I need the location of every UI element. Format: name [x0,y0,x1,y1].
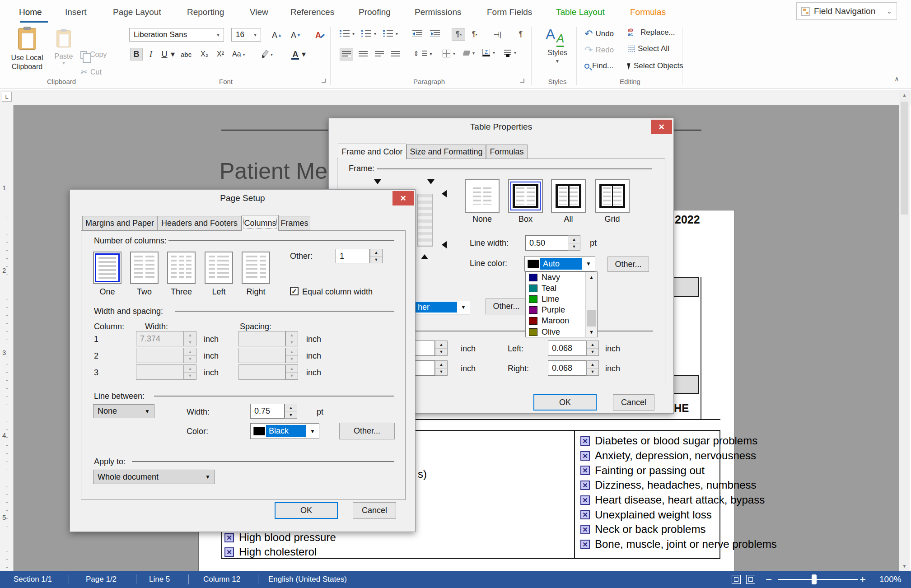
fit-width-icon[interactable] [746,575,755,584]
status-language[interactable]: English (United States) [268,571,347,588]
close-icon[interactable] [392,191,414,205]
column-width-input-3[interactable] [136,364,184,380]
numbered-list-button[interactable]: ▾ [361,30,376,37]
checked-checkbox-icon[interactable] [224,547,234,557]
frame-marker-bottom-icon[interactable] [421,254,428,259]
scroll-down-icon[interactable]: ▼ [586,327,597,337]
checked-checkbox-icon[interactable] [580,436,590,446]
zoom-slider-thumb[interactable] [812,574,817,584]
decrease-indent-button[interactable] [412,30,422,37]
left-margin-spinner[interactable]: ▲▼ [586,341,599,356]
column-width-input-2[interactable] [136,348,184,363]
preset-left[interactable] [205,252,233,284]
vertical-scrollbar[interactable]: ▲ ▼ [899,90,910,571]
form-checkbox-row[interactable]: High blood pressure [224,530,336,545]
line-width-input[interactable]: 0.50 [525,235,568,251]
checked-checkbox-icon[interactable] [580,495,590,505]
cut-button[interactable]: ✂ Cut [80,67,102,77]
tab-proofing[interactable]: Proofing [359,0,391,24]
highlight-color-button[interactable]: ▾ [264,48,273,61]
tab-view[interactable]: View [250,0,268,24]
left-margin-input[interactable]: 0.068 [548,341,586,356]
shading-color-select[interactable]: her ▼ [413,300,470,314]
font-family-select[interactable]: Liberation Sans ▾ [129,28,224,42]
zoom-out-button[interactable]: − [766,571,772,588]
shading-other-button[interactable]: Other... [486,299,527,314]
character-border-button[interactable]: Z▾ [482,49,495,56]
status-section[interactable]: Section 1/1 [14,571,52,588]
color-option-olive[interactable]: Olive [526,327,585,337]
tab-headers-and-footers[interactable]: Headers and Footers [157,216,242,230]
select-all-button[interactable]: Select All [628,44,669,53]
paragraph-dialog-launcher-icon[interactable] [520,79,524,83]
paste-button[interactable]: Paste ▾ [51,27,77,76]
status-column[interactable]: Column 12 [203,571,240,588]
form-checkbox-row[interactable]: Neck or back problems [580,522,777,537]
collapse-ribbon-icon[interactable]: ∧ [894,75,899,83]
line-color-other-button[interactable]: Other... [607,257,649,272]
paragraph-mark-small-button[interactable]: ¶▸ [469,28,481,41]
zoom-slider-track[interactable] [778,579,858,580]
other-columns-spinner[interactable]: ▲▼ [370,249,383,263]
line-width-spinner[interactable]: ▲▼ [568,235,580,251]
status-line[interactable]: Line 5 [149,571,170,588]
column-spacing-spinner-3[interactable]: ▲▼ [285,364,298,380]
scroll-down-icon[interactable]: ▼ [899,561,910,571]
color-option-lime[interactable]: Lime [526,294,585,304]
scrollbar-thumb[interactable] [901,102,908,215]
line-width-input[interactable]: 0.75 [250,404,285,419]
font-dialog-launcher-icon[interactable] [322,79,326,83]
preset-two[interactable] [130,252,159,284]
frame-style-box-selected[interactable] [508,179,543,213]
column-spacing-input-1[interactable] [238,331,285,346]
undo-button[interactable]: ↶Undo [584,28,614,40]
font-color-dropdown-arrow[interactable]: ▾ [302,48,306,61]
column-spacing-spinner-1[interactable]: ▲▼ [285,331,298,346]
tab-selector-box[interactable]: L [2,92,12,102]
checked-checkbox-icon[interactable] [580,466,590,475]
dialog-title[interactable]: Table Properties [329,118,673,135]
form-checkbox-row[interactable]: Heart disease, heart attack, bypass [580,493,777,508]
zoom-level[interactable]: 100% [879,571,902,588]
frame-style-none[interactable] [465,179,500,213]
right-margin-input[interactable]: 0.068 [548,360,586,376]
column-width-spinner-1[interactable]: ▲▼ [184,331,196,346]
use-local-clipboard-button[interactable]: Use Local Clipboard [6,27,48,76]
line-width-spinner[interactable]: ▲▼ [285,404,297,419]
clear-formatting-button[interactable]: A▬ [315,29,324,42]
margin-top-spinner[interactable]: ▲▼ [435,341,448,356]
paste-dropdown-arrow[interactable]: ▾ [51,61,77,65]
change-case-button[interactable]: Aa▾ [232,48,245,61]
formatting-marks-button[interactable]: ¶◂ [452,28,465,41]
color-option-teal[interactable]: Teal [526,283,585,294]
cancel-button[interactable]: Cancel [613,394,654,411]
tab-page-layout[interactable]: Page Layout [113,0,161,24]
paragraph-settings-button[interactable]: ¶ [515,28,527,41]
column-width-spinner-3[interactable]: ▲▼ [184,364,196,380]
dropdown-scrollbar[interactable]: ▲ ▼ [585,272,597,337]
tab-formulas[interactable]: Formulas [486,145,528,159]
checked-checkbox-icon[interactable] [580,510,590,519]
tab-margins-and-paper[interactable]: Margins and Paper [82,216,157,230]
multilevel-list-button[interactable]: ▾ [383,30,398,37]
shrink-font-button[interactable]: A▼ [291,29,301,42]
preset-one-selected[interactable] [93,252,121,284]
form-checkbox-row[interactable]: Anxiety, depression, nervousness [580,448,777,463]
column-spacing-spinner-2[interactable]: ▲▼ [285,348,298,363]
bullet-list-button[interactable]: ▾ [340,30,355,37]
tab-frame-and-color[interactable]: Frame and Color [338,144,406,159]
scroll-up-icon[interactable]: ▲ [586,272,597,282]
vertical-ruler[interactable]: 12345 [0,105,14,571]
checked-checkbox-icon[interactable] [580,525,590,534]
font-color-button[interactable]: A [290,48,301,61]
checked-checkbox-icon[interactable] [580,481,590,490]
styles-dropdown-arrow[interactable]: ▼ [540,59,575,64]
tab-reporting[interactable]: Reporting [187,0,224,24]
checked-checkbox-icon[interactable] [580,451,590,461]
select-objects-button[interactable]: Select Objects [628,61,683,70]
tab-home[interactable]: Home [19,0,42,24]
line-color-select[interactable]: Auto ▼ [524,256,595,271]
column-width-spinner-2[interactable]: ▲▼ [184,348,196,363]
justify-button[interactable] [389,48,402,61]
superscript-button[interactable]: X² [217,48,224,61]
